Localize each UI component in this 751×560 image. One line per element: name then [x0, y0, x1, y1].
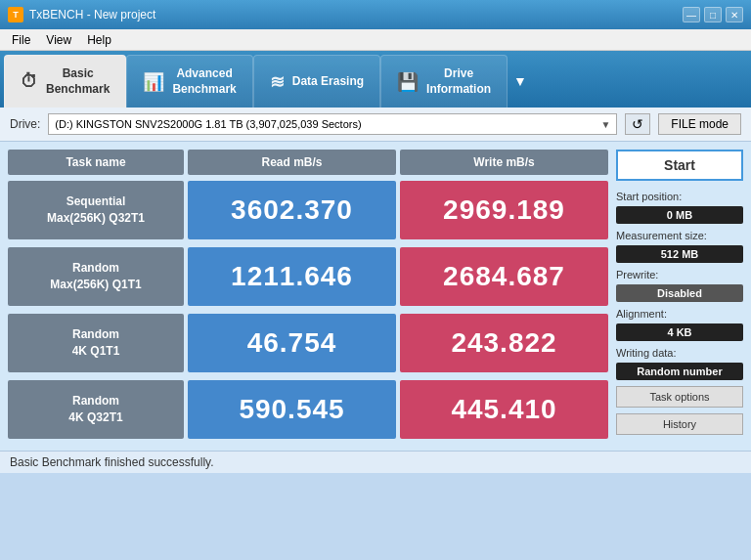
prewrite-value: Disabled [616, 284, 743, 302]
tab-basic-benchmark[interactable]: ⏱ BasicBenchmark [4, 55, 126, 108]
status-message: Basic Benchmark finished successfully. [10, 455, 214, 469]
title-bar: T TxBENCH - New project — □ ✕ [0, 0, 751, 29]
minimize-button[interactable]: — [683, 7, 700, 22]
title-bar-left: T TxBENCH - New project [8, 7, 155, 22]
row-1-read: 1211.646 [188, 247, 396, 306]
writing-data-value: Random number [616, 363, 743, 380]
row-0-label: SequentialMax(256K) Q32T1 [8, 181, 184, 239]
alignment-value: 4 KB [616, 323, 743, 341]
alignment-label: Alignment: [616, 308, 743, 320]
menu-file[interactable]: File [4, 31, 38, 49]
row-0-read: 3602.370 [188, 181, 396, 239]
basic-benchmark-icon: ⏱ [21, 71, 38, 92]
maximize-button[interactable]: □ [704, 7, 722, 22]
toolbar-overflow-button[interactable]: ▼ [508, 55, 533, 108]
row-1-label-text: RandomMax(256K) Q1T1 [50, 260, 141, 293]
data-erasing-icon: ≋ [270, 71, 285, 93]
th-read: Read mB/s [188, 150, 396, 175]
row-1-write: 2684.687 [400, 247, 608, 306]
row-3-read: 590.545 [188, 380, 396, 439]
measurement-size-value: 512 MB [616, 245, 743, 263]
right-panel: Start Start position: 0 MB Measurement s… [616, 150, 743, 443]
drive-information-label: DriveInformation [426, 66, 491, 97]
table-row: Random4K Q32T1 590.545 445.410 [8, 380, 608, 439]
tab-drive-information[interactable]: 💾 DriveInformation [380, 55, 508, 108]
writing-data-label: Writing data: [616, 347, 743, 359]
row-0-label-text: SequentialMax(256K) Q32T1 [47, 194, 145, 227]
row-2-write: 243.822 [400, 314, 608, 372]
menu-help[interactable]: Help [79, 31, 119, 49]
table-row: Random4K Q1T1 46.754 243.822 [8, 314, 608, 372]
row-3-write: 445.410 [400, 380, 608, 439]
tab-advanced-benchmark[interactable]: 📊 AdvancedBenchmark [126, 55, 252, 108]
content-split: Task name Read mB/s Write mB/s Sequentia… [0, 142, 751, 451]
status-bar: Basic Benchmark finished successfully. [0, 451, 751, 473]
table-row: SequentialMax(256K) Q32T1 3602.370 2969.… [8, 181, 608, 239]
drive-select[interactable]: (D:) KINGSTON SNV2S2000G 1.81 TB (3,907,… [48, 113, 617, 135]
start-position-label: Start position: [616, 191, 743, 202]
row-2-read: 46.754 [188, 314, 396, 372]
refresh-icon: ↺ [632, 116, 643, 132]
row-1-label: RandomMax(256K) Q1T1 [8, 247, 184, 306]
history-button[interactable]: History [616, 413, 743, 435]
row-3-label: Random4K Q32T1 [8, 380, 184, 439]
basic-benchmark-label: BasicBenchmark [46, 66, 110, 97]
window-title: TxBENCH - New project [29, 8, 155, 22]
row-0-write: 2969.189 [400, 181, 608, 239]
advanced-benchmark-label: AdvancedBenchmark [172, 66, 236, 97]
task-options-button[interactable]: Task options [616, 386, 743, 408]
close-button[interactable]: ✕ [726, 7, 743, 22]
title-bar-controls: — □ ✕ [683, 7, 743, 22]
drive-select-text: (D:) KINGSTON SNV2S2000G 1.81 TB (3,907,… [55, 118, 361, 130]
window-body: Drive: (D:) KINGSTON SNV2S2000G 1.81 TB … [0, 108, 751, 473]
drive-label: Drive: [10, 117, 40, 131]
menu-view[interactable]: View [38, 31, 79, 49]
start-position-value: 0 MB [616, 206, 743, 224]
data-erasing-label: Data Erasing [292, 74, 364, 90]
drive-select-arrow-icon: ▼ [600, 119, 610, 130]
table-header: Task name Read mB/s Write mB/s [8, 150, 608, 175]
drive-refresh-button[interactable]: ↺ [625, 113, 650, 135]
table-row: RandomMax(256K) Q1T1 1211.646 2684.687 [8, 247, 608, 306]
measurement-size-label: Measurement size: [616, 230, 743, 241]
th-task-name: Task name [8, 150, 184, 175]
row-2-label-text: Random4K Q1T1 [72, 326, 120, 360]
row-3-label-text: Random4K Q32T1 [68, 393, 122, 426]
file-mode-button[interactable]: FILE mode [658, 113, 741, 135]
menu-bar: File View Help [0, 29, 751, 51]
row-2-label: Random4K Q1T1 [8, 314, 184, 372]
drive-row: Drive: (D:) KINGSTON SNV2S2000G 1.81 TB … [0, 108, 751, 142]
prewrite-label: Prewrite: [616, 269, 743, 280]
tab-data-erasing[interactable]: ≋ Data Erasing [253, 55, 380, 108]
start-button[interactable]: Start [616, 150, 743, 181]
advanced-benchmark-icon: 📊 [143, 71, 164, 93]
app-icon: T [8, 7, 23, 22]
drive-information-icon: 💾 [397, 71, 419, 93]
table-section: Task name Read mB/s Write mB/s Sequentia… [8, 150, 608, 443]
toolbar: ⏱ BasicBenchmark 📊 AdvancedBenchmark ≋ D… [0, 51, 751, 108]
th-write: Write mB/s [400, 150, 608, 175]
